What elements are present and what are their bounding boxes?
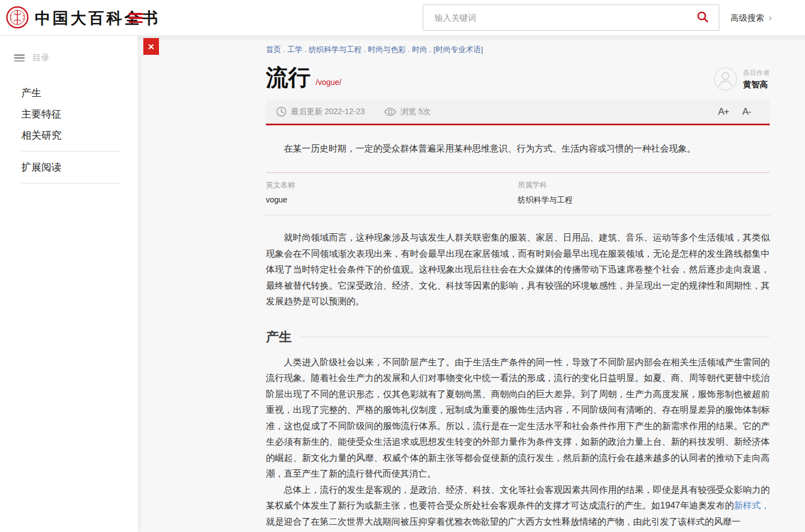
sidebar-item-further-reading[interactable]: 扩展阅读 [21,157,120,178]
author-card: 条目作者 黄智高 [714,67,770,91]
page-title: 流行 [266,65,311,90]
field-value: vogue [266,195,518,204]
fields-divider [266,215,770,215]
intro-paragraph: 就时尚领域而言，这种现象涉及与该发生人群关联密集的服装、家居、日用品、建筑、音乐… [266,230,770,310]
toc-sidebar: 目录 产生 主要特征 相关研究 扩展阅读 [0,36,138,532]
search-box [423,4,719,31]
article-summary: 在某一历史时期，一定的受众群体普遍采用某种思维意识、行为方式、生活内容或习惯的一… [266,141,770,157]
meta-bar: 最后更新 2022-12-23 浏览 5次 A+ A- [266,100,770,125]
sidebar-item-origin[interactable]: 产生 [21,82,120,103]
search-input[interactable] [423,13,693,22]
search-button[interactable] [693,11,719,25]
advanced-search-label: 高级搜索 [731,13,764,23]
chevron-right-icon: › [769,12,772,23]
font-size-controls: A+ A- [718,106,760,117]
close-sidebar-button[interactable]: ✕ [143,38,159,55]
toc-menu-icon [14,54,25,62]
field-english-name: 英文名称 vogue [266,180,518,205]
field-label: 所属学科 [518,180,770,190]
font-decrease-button[interactable]: A- [742,106,751,117]
view-count: 浏览 5次 [401,107,431,117]
sidebar-item-related-research[interactable]: 相关研究 [21,125,120,146]
section-rule [300,337,770,337]
breadcrumb[interactable]: 首页 . 工学 . 纺织科学与工程 . 时尚与色彩 . 时尚 . [时尚专业术语… [266,45,770,55]
page: 中国大百科全书 高级搜索 › 目录 产生 [0,0,805,532]
info-fields: 英文名称 vogue 所属学科 纺织科学与工程 [266,173,770,205]
origin-paragraph-2-text: 总体上，流行的发生是客观的，是政治、经济、科技、文化等社会客观因素共同作用的结果… [266,485,770,511]
views-icon [384,107,396,116]
search-icon [696,11,709,25]
field-value: 纺织科学与工程 [518,195,770,205]
section-title: 产生 [266,328,292,346]
title-row: 流行 /vogue/ 条目作者 黄智高 [266,65,770,91]
last-updated: 最后更新 2022-12-23 [291,107,365,117]
article-content: 首页 . 工学 . 纺织科学与工程 . 时尚与色彩 . 时尚 . [时尚专业术语… [266,36,770,530]
clock-icon [276,106,287,117]
field-discipline: 所属学科 纺织科学与工程 [518,180,770,205]
menu-icon[interactable] [129,13,143,23]
author-label: 条目作者 [743,68,770,78]
font-increase-button[interactable]: A+ [718,106,729,117]
toc-divider [21,151,120,152]
field-label: 英文名称 [266,180,518,190]
origin-paragraph-2-text: 就是迎合了在第二次世界大战期间被压抑穿着优雅衣饰欲望的广大西方女性释放情绪的产物… [266,517,741,526]
toc-header[interactable]: 目录 [14,53,138,63]
avatar [714,67,737,91]
advanced-search-link[interactable]: 高级搜索 › [731,0,772,36]
sidebar-item-main-features[interactable]: 主要特征 [21,103,120,125]
toc-divider [21,183,120,183]
origin-paragraph-1: 人类进入阶级社会以来，不同阶层产生了。由于生活生产条件的同一性，导致了不同阶层内… [266,355,770,482]
toc-label: 目录 [32,53,49,63]
toc-nav: 产生 主要特征 相关研究 扩展阅读 [21,82,120,183]
site-seal-icon [6,6,29,31]
link-new-look[interactable]: 新样式， [734,501,770,510]
title-pronunciation: /vogue/ [316,78,341,90]
author-name: 黄智高 [743,79,770,90]
header: 中国大百科全书 高级搜索 › [0,0,805,36]
section-heading-row: 产生 [266,328,770,346]
close-icon: ✕ [148,43,155,51]
origin-paragraph-2: 总体上，流行的发生是客观的，是政治、经济、科技、文化等社会客观因素共同作用的结果… [266,482,770,530]
